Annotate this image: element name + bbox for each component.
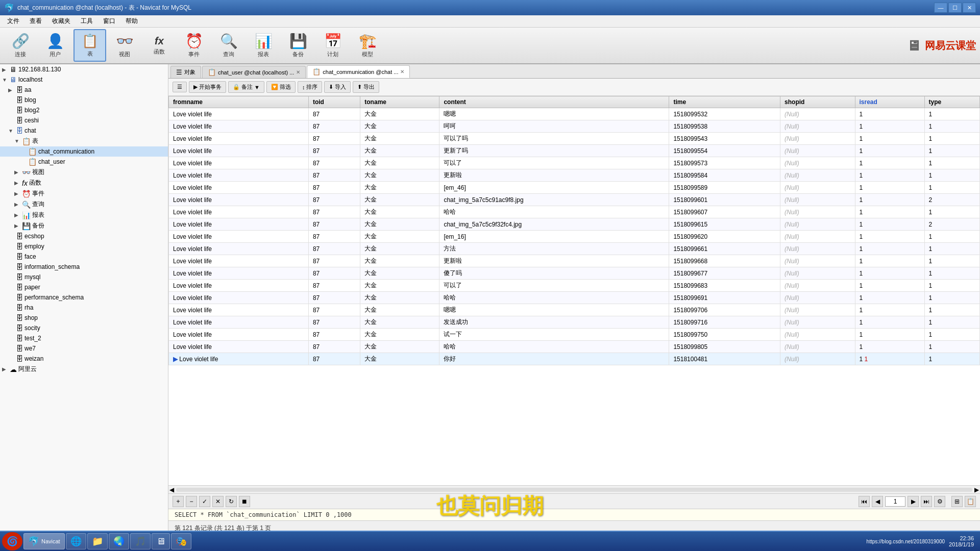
table-row[interactable]: ▶ Love violet life 87 大金 你好 1518100481 (… — [169, 353, 980, 365]
cancel-edit-btn[interactable]: ✕ — [212, 496, 224, 507]
db-shop[interactable]: 🗄 shop — [0, 313, 168, 323]
filter-btn[interactable]: 🔽 筛选 — [266, 81, 296, 93]
table-row[interactable]: Love violet life 87 大金 chat_img_5a7c5c9f… — [169, 218, 980, 231]
hscroll-area[interactable]: ◀ ▶ — [168, 485, 980, 493]
server-remote[interactable]: ▶ 🖥 192.168.81.130 — [0, 64, 168, 74]
close-button[interactable]: ✕ — [963, 3, 976, 13]
db-chat[interactable]: ▼ 🗄 chat — [0, 126, 168, 136]
toolbar-function[interactable]: fx 函数 — [143, 29, 176, 62]
taskbar-music[interactable]: 🎵 — [130, 533, 151, 549]
toolbar-connect[interactable]: 🔗 连接 — [4, 29, 37, 62]
begin-transaction-btn[interactable]: ▶ 开始事务 — [189, 81, 226, 93]
db-ecshop[interactable]: 🗄 ecshop — [0, 231, 168, 241]
db-employ[interactable]: 🗄 employ — [0, 241, 168, 252]
notes-btn[interactable]: 🔒 备注 ▼ — [228, 81, 264, 93]
node-query[interactable]: ▶ 🔍 查询 — [0, 199, 168, 210]
table-row[interactable]: Love violet life 87 大金 发送成功 1518099716 (… — [169, 316, 980, 329]
tab-chat-user[interactable]: 📋 chat_user @chat (localhost) ... ✕ — [202, 66, 306, 78]
tab-chat-communication[interactable]: 📋 chat_communication @chat ... ✕ — [307, 65, 410, 78]
menu-btn[interactable]: ☰ — [173, 82, 187, 92]
menu-tools[interactable]: 工具 — [76, 16, 98, 27]
col-isread[interactable]: isread — [855, 96, 924, 108]
taskbar-terminal[interactable]: 🖥 — [152, 533, 170, 549]
next-page-btn[interactable]: ▶ — [908, 496, 919, 507]
menu-help[interactable]: 帮助 — [120, 16, 143, 27]
maximize-button[interactable]: ☐ — [948, 3, 962, 13]
table-chat-user[interactable]: 📋 chat_user — [0, 157, 168, 167]
db-blog2[interactable]: 🗄 blog2 — [0, 105, 168, 115]
form-view-btn[interactable]: 📋 — [965, 496, 976, 507]
menu-view[interactable]: 查看 — [24, 16, 47, 27]
col-content[interactable]: content — [439, 96, 669, 108]
db-weizan[interactable]: 🗄 weizan — [0, 354, 168, 364]
col-time[interactable]: time — [669, 96, 780, 108]
page-input[interactable] — [885, 496, 905, 507]
toolbar-view[interactable]: 👓 视图 — [108, 29, 141, 62]
table-row[interactable]: Love violet life 87 大金 [em_16] 151809962… — [169, 231, 980, 243]
toolbar-report[interactable]: 📊 报表 — [247, 29, 280, 62]
table-row[interactable]: Love violet life 87 大金 更新啦 1518099584 (N… — [169, 169, 980, 182]
db-information-schema[interactable]: 🗄 information_schema — [0, 262, 168, 272]
toolbar-query[interactable]: 🔍 查询 — [212, 29, 245, 62]
table-container[interactable]: fromname toid toname content time shopid… — [168, 96, 980, 485]
taskbar-explorer[interactable]: 📁 — [87, 533, 108, 549]
menu-file[interactable]: 文件 — [2, 16, 24, 27]
db-mysql[interactable]: 🗄 mysql — [0, 272, 168, 282]
minimize-button[interactable]: — — [934, 3, 947, 13]
hscrollbar[interactable] — [176, 488, 972, 492]
tab-chat-comm-close[interactable]: ✕ — [400, 69, 404, 74]
tab-chat-user-close[interactable]: ✕ — [296, 69, 300, 75]
db-socity[interactable]: 🗄 socity — [0, 323, 168, 333]
table-row[interactable]: Love violet life 87 大金 呵呵 1518099538 (Nu… — [169, 120, 980, 133]
table-row[interactable]: Love violet life 87 大金 试一下 1518099750 (N… — [169, 329, 980, 341]
db-test2[interactable]: 🗄 test_2 — [0, 333, 168, 343]
table-row[interactable]: Love violet life 87 大金 可以了 1518099573 (N… — [169, 157, 980, 169]
server-aliyun[interactable]: ▶ ☁ 阿里云 — [0, 364, 168, 374]
start-button[interactable]: 🌀 — [2, 532, 22, 550]
tables-node[interactable]: ▼ 📋 表 — [0, 136, 168, 146]
delete-record-btn[interactable]: − — [186, 496, 197, 507]
titlebar-controls[interactable]: — ☐ ✕ — [934, 3, 976, 13]
db-paper[interactable]: 🗄 paper — [0, 282, 168, 292]
prev-page-btn[interactable]: ◀ — [872, 496, 883, 507]
last-page-btn[interactable]: ⏭ — [921, 496, 932, 507]
node-backup[interactable]: ▶ 💾 备份 — [0, 220, 168, 231]
toolbar-backup[interactable]: 💾 备份 — [282, 29, 314, 62]
confirm-btn[interactable]: ✓ — [199, 496, 210, 507]
toolbar-table[interactable]: 📋 表 — [74, 29, 106, 62]
scroll-left-btn[interactable]: ◀ — [169, 486, 174, 493]
grid-view-btn[interactable]: ⊞ — [951, 496, 963, 507]
node-report[interactable]: ▶ 📊 报表 — [0, 210, 168, 220]
menu-window[interactable]: 窗口 — [98, 16, 120, 27]
table-row[interactable]: Love violet life 87 大金 哈哈 1518099691 (Nu… — [169, 292, 980, 304]
col-toid[interactable]: toid — [308, 96, 360, 108]
table-row[interactable]: Love violet life 87 大金 方法 1518099661 (Nu… — [169, 243, 980, 255]
taskbar-ps[interactable]: 🎭 — [171, 533, 191, 549]
table-row[interactable]: Love violet life 87 大金 嗯嗯 1518099706 (Nu… — [169, 304, 980, 316]
table-row[interactable]: Love violet life 87 大金 更新了吗 1518099554 (… — [169, 145, 980, 157]
db-ceshi[interactable]: 🗄 ceshi — [0, 115, 168, 126]
refresh-btn[interactable]: ↻ — [226, 496, 237, 507]
col-fromname[interactable]: fromname — [169, 96, 309, 108]
taskbar-php[interactable]: 🌐 — [66, 533, 86, 549]
table-row[interactable]: Love violet life 87 大金 可以了 1518099683 (N… — [169, 280, 980, 292]
db-blog[interactable]: 🗄 blog — [0, 95, 168, 105]
db-performance-schema[interactable]: 🗄 performance_schema — [0, 292, 168, 303]
import-btn[interactable]: ⬇ 导入 — [324, 81, 351, 93]
server-localhost[interactable]: ▼ 🖥 localhost — [0, 74, 168, 85]
node-view[interactable]: ▶ 👓 视图 — [0, 167, 168, 178]
table-row[interactable]: Love violet life 87 大金 chat_img_5a7c5c91… — [169, 194, 980, 206]
scroll-right-btn[interactable]: ▶ — [974, 486, 979, 493]
table-row[interactable]: Love violet life 87 大金 哈哈 1518099805 (Nu… — [169, 341, 980, 353]
stop-btn[interactable]: ⏹ — [239, 496, 250, 507]
db-aa[interactable]: ▶ 🗄 aa — [0, 85, 168, 95]
table-row[interactable]: Love violet life 87 大金 更新啦 1518099668 (N… — [169, 255, 980, 267]
db-rha[interactable]: 🗄 rha — [0, 303, 168, 313]
toolbar-event[interactable]: ⏰ 事件 — [178, 29, 210, 62]
col-shopid[interactable]: shopid — [780, 96, 855, 108]
tab-objects[interactable]: ☰ 对象 — [170, 66, 201, 78]
col-type[interactable]: type — [924, 96, 979, 108]
table-row[interactable]: Love violet life 87 大金 傻了吗 1518099677 (N… — [169, 267, 980, 280]
table-row[interactable]: Love violet life 87 大金 可以了吗 1518099543 (… — [169, 133, 980, 145]
sort-btn[interactable]: ↕ 排序 — [298, 81, 323, 93]
